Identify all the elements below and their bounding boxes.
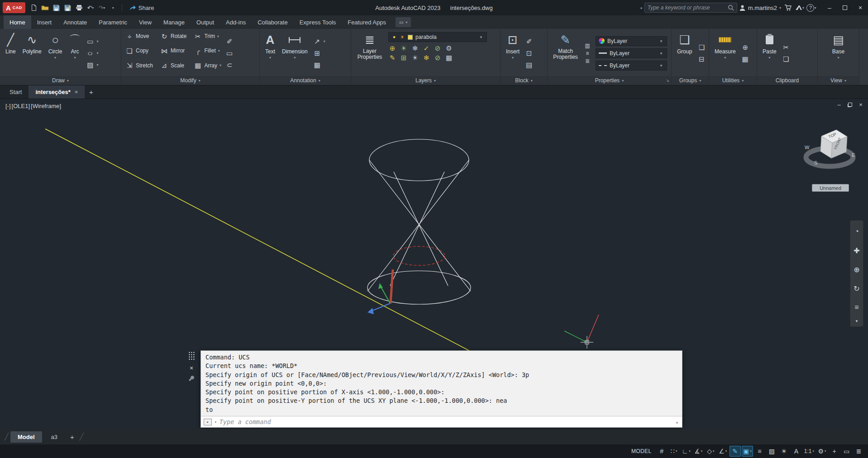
arc-caret[interactable]: ▾ — [74, 56, 76, 60]
customization-plus-button[interactable]: + — [829, 446, 840, 457]
polar-tracking-toggle[interactable]: ∡ ▾ — [693, 446, 704, 457]
annotation-panel-label[interactable]: Annotation ▾ — [260, 76, 351, 85]
layer-tool-icon[interactable]: ⊕ — [388, 45, 396, 52]
save-button[interactable] — [52, 2, 62, 13]
array-button[interactable]: ▦ Array ▾ — [194, 61, 221, 71]
clean-screen-toggle[interactable]: ▭ — [841, 446, 852, 457]
cut-button[interactable]: ✂ — [782, 42, 790, 52]
layer-tool-icon[interactable]: ⚙ — [445, 45, 453, 52]
viewcube-ucs-selector[interactable]: Unnamed — [812, 184, 849, 192]
store-button[interactable] — [783, 2, 793, 13]
tab-annotate[interactable]: Annotate — [57, 15, 93, 29]
properties-panel-label[interactable]: Properties ▾ ↘ — [548, 76, 671, 85]
layer-select-dropdown[interactable]: ● ☀ parabola ▾ — [388, 32, 487, 42]
new-file-button[interactable] — [29, 2, 39, 13]
command-drag-grip[interactable] — [188, 351, 195, 361]
command-input-placeholder[interactable]: Type a command — [219, 418, 673, 425]
workspace-switching-button[interactable]: ⚙ ▾ — [816, 446, 828, 457]
grid-display-toggle[interactable]: # — [656, 446, 668, 457]
snap-mode-caret[interactable]: ▾ — [676, 449, 677, 453]
cone-generatrix[interactable] — [367, 160, 469, 291]
search-icon[interactable] — [728, 5, 734, 11]
layout-tab-model[interactable]: Model — [10, 431, 42, 443]
quick-calc-button[interactable]: ▦ — [741, 54, 749, 64]
autodesk-apps-button[interactable]: ▾ — [795, 2, 805, 13]
text-caret[interactable]: ▾ — [269, 56, 271, 60]
layer-tool-icon[interactable]: ⊘ — [434, 54, 442, 61]
draw-panel-label[interactable]: Draw ▾ — [0, 76, 121, 85]
measure-caret[interactable]: ▾ — [724, 56, 726, 60]
model-space-toggle[interactable]: MODEL — [628, 446, 655, 457]
circle-caret[interactable]: ▾ — [54, 56, 56, 60]
insert-button[interactable]: ⊡ Insert ▾ — [505, 31, 521, 75]
properties-stack-icon[interactable]: ≣ — [583, 58, 591, 64]
circle-button[interactable]: ○ Circle ▾ — [47, 31, 64, 75]
layout-tab-a3[interactable]: a3 — [44, 431, 65, 443]
layer-tool-icon[interactable]: ❄ — [422, 54, 430, 61]
annotation-extra-button[interactable]: ▦ — [313, 60, 325, 70]
doc-close-button[interactable]: × — [855, 100, 866, 109]
explode-button[interactable]: ▭ — [225, 48, 234, 58]
leader-button[interactable]: ↗ ▾ — [313, 37, 325, 47]
cone-generatrix[interactable] — [394, 172, 448, 286]
copy-button[interactable]: ❏ Copy — [125, 46, 153, 56]
insert-caret[interactable]: ▾ — [512, 56, 514, 60]
layers-panel-label[interactable]: Layers ▾ — [351, 76, 500, 85]
open-file-button[interactable] — [40, 2, 50, 13]
search-collapse-icon[interactable]: ▸ — [641, 6, 643, 10]
properties-list-icon[interactable]: ▥ — [583, 43, 591, 48]
object-snap-toggle[interactable]: ▣ ▾ — [742, 446, 753, 457]
share-button[interactable]: Share — [129, 5, 154, 11]
viewcube[interactable]: W E S TOP FRONT Unnamed — [801, 126, 861, 195]
minimize-button[interactable]: – — [822, 0, 837, 15]
redo-button[interactable]: ↷ ▾ — [97, 2, 107, 13]
linetype-dropdown[interactable]: ByLayer ▾ — [596, 61, 667, 71]
tab-insert[interactable]: Insert — [31, 15, 58, 29]
viewcube-south-label[interactable]: S — [814, 160, 817, 165]
rectangle-caret[interactable]: ▾ — [96, 39, 98, 43]
ribbon-display-toggle[interactable]: ▭ ▾ — [396, 17, 411, 27]
id-point-button[interactable]: ⊕ — [741, 42, 749, 52]
object-snap-tracking-toggle[interactable]: ∠ ▾ — [717, 446, 729, 457]
tab-home[interactable]: Home — [4, 15, 31, 29]
help-button[interactable]: ? ▾ — [806, 2, 816, 13]
status-customize-menu-button[interactable]: ≣ — [853, 446, 864, 457]
object-color-caret[interactable]: ▾ — [658, 39, 664, 43]
layer-tool-icon[interactable]: ☀ — [411, 54, 419, 61]
measure-button[interactable]: Measure ▾ — [713, 31, 737, 75]
dynamic-input-toggle[interactable]: ✎ — [730, 446, 741, 457]
workspace-caret[interactable]: ▾ — [825, 449, 826, 453]
annotation-scale-caret[interactable]: ▾ — [812, 449, 814, 453]
offset-button[interactable]: ⊂ — [225, 60, 234, 70]
pan-icon[interactable]: ✚ — [850, 241, 863, 260]
ellipse-button[interactable]: ○ ▾ — [86, 48, 98, 58]
new-layout-button[interactable]: + — [67, 433, 78, 441]
match-properties-button[interactable]: ✎ Match Properties — [552, 31, 579, 75]
block-attributes-button[interactable]: ▤ — [525, 60, 533, 70]
trim-button[interactable]: ✂ Trim ▾ — [194, 31, 221, 41]
trim-caret[interactable]: ▾ — [217, 34, 219, 38]
ungroup-button[interactable]: ❏ — [697, 42, 706, 52]
doc-minimize-button[interactable]: – — [834, 100, 844, 109]
line-button[interactable]: ╱ Line — [4, 31, 17, 75]
ucs-icon[interactable] — [367, 269, 393, 314]
isometric-drafting-toggle[interactable]: ◇ ▾ — [705, 446, 716, 457]
paste-button[interactable]: Paste ▾ — [761, 31, 778, 75]
rotate-button[interactable]: ↻ Rotate — [160, 31, 186, 41]
erase-button[interactable]: ✐ — [225, 37, 234, 47]
file-tab-start[interactable]: Start — [3, 85, 29, 99]
layer-tool-icon[interactable]: ⊘ — [434, 45, 442, 52]
polyline-button[interactable]: ∿ Polyline — [21, 31, 43, 75]
dimension-button[interactable]: Dimension ▾ — [281, 31, 309, 75]
stretch-button[interactable]: ⇲ Stretch — [125, 61, 153, 71]
new-drawing-tab-button[interactable]: + — [85, 85, 97, 99]
polar-tracking-caret[interactable]: ▾ — [701, 449, 703, 453]
viewcube-east-label[interactable]: E — [852, 152, 855, 158]
mirror-button[interactable]: ⋈ Mirror — [160, 46, 186, 56]
navbar-caret-icon[interactable]: ▾ — [850, 317, 863, 325]
undo-dropdown-caret[interactable]: ▾ — [92, 6, 94, 10]
file-tab-drawing[interactable]: interseções* × — [29, 85, 85, 99]
red-section-ellipse[interactable] — [393, 246, 445, 265]
lineweight-display-toggle[interactable]: ≡ — [754, 446, 765, 457]
cone-wireframe[interactable] — [367, 139, 471, 304]
